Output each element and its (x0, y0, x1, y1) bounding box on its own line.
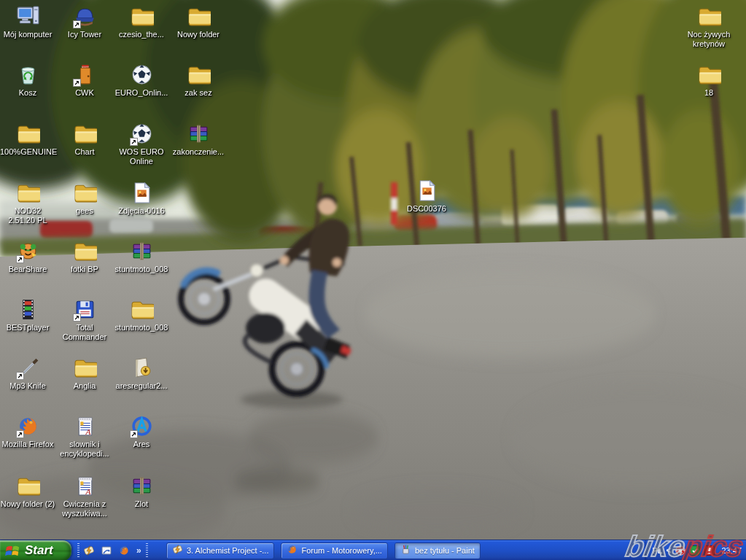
icon-label: BearShare (0, 265, 55, 274)
film-icon (16, 298, 40, 322)
knife-icon (16, 356, 40, 380)
icon-label: Noc żywych kretynów (681, 30, 737, 49)
desktop-icon-mozilla-firefox[interactable]: Mozilla Firefox (0, 414, 55, 449)
folder-icon (130, 298, 154, 322)
firefox-icon (16, 414, 40, 438)
folder-icon (73, 181, 97, 205)
desktop-icon-slownik-i-encyklopedi[interactable]: Aslownik i encyklopedi... (57, 414, 112, 459)
firefox-icon[interactable] (117, 543, 132, 558)
desktop-icon-m-j-komputer[interactable]: Mój komputer (0, 4, 55, 39)
desktop-icon-zakonczenie[interactable]: zakonczenie... (171, 122, 226, 157)
task-button-3-alchemist-project[interactable]: 3. Alchemist Project -... (166, 542, 274, 559)
desktop-icon-fotki-bp[interactable]: fotki BP (57, 239, 112, 274)
desktop-icon-kosz[interactable]: Kosz (0, 63, 55, 98)
desktop-icon-zdj-cia-0016[interactable]: Zdjęcia-0016 (114, 181, 169, 216)
task-button-forum-motorowery[interactable]: Forum - Motorowery,... (281, 542, 387, 559)
icon-label: Mój komputer (0, 30, 55, 39)
start-button[interactable]: Start (0, 540, 71, 560)
desktop-icon-czesio-the[interactable]: czesio_the... (114, 4, 169, 39)
task-button-area: 3. Alchemist Project -...Forum - Motorow… (166, 540, 481, 560)
task-button-label: 3. Alchemist Project -... (187, 546, 268, 555)
hide-icons-chevron[interactable]: < (666, 545, 671, 556)
icon-label: Total Commander (57, 323, 112, 342)
dictionary-icon: A (73, 474, 97, 498)
task-button-label: Forum - Motorowery,... (301, 546, 381, 555)
winamp-icon[interactable] (82, 543, 97, 558)
folder-icon (697, 63, 721, 87)
icon-label: WOS EURO Online (114, 147, 169, 166)
icon-label: aresregular2... (114, 381, 169, 391)
tray-icons (675, 545, 715, 556)
bear-icon (16, 239, 40, 263)
desktop-icon-euro-onlin[interactable]: EURO_Onlin... (114, 63, 169, 98)
desktop-icon-anglia[interactable]: Anglia (57, 356, 112, 391)
show-desktop-icon[interactable] (100, 543, 114, 558)
desktop-icon-dsc00376[interactable]: DSC00376 (399, 179, 454, 214)
desktop-icon-stuntmoto-008[interactable]: stuntmoto_008 (114, 298, 169, 332)
icon-label: Zdjęcia-0016 (114, 206, 169, 216)
icon-label: 18 (681, 88, 737, 98)
folder-icon (73, 239, 97, 263)
taskbar: Start » 3. Alchemist Project -...Forum -… (0, 540, 746, 560)
shortcut-arrow-icon (16, 430, 24, 438)
image-icon (415, 179, 439, 203)
toolbar-grip[interactable] (77, 543, 79, 558)
desktop-icon-nowy-folder[interactable]: Nowy folder (171, 4, 226, 39)
icon-label: Mp3 Knife (0, 381, 55, 391)
quick-launch-icons (82, 543, 132, 558)
desktop: Mój komputerIcy Towerczesio_the...Nowy f… (0, 0, 746, 560)
soccer-icon (130, 63, 154, 87)
desktop-icon-wos-euro-online[interactable]: WOS EURO Online (114, 122, 169, 166)
shortcut-arrow-icon (16, 372, 24, 380)
desktop-icon-zak-sez[interactable]: zak sez (171, 63, 226, 98)
language-indicator[interactable]: PL (652, 546, 662, 555)
desktop-icon-18[interactable]: 18 (681, 63, 737, 98)
folder-icon (16, 122, 40, 146)
icon-label: stuntmoto_008 (114, 323, 169, 332)
desktop-icon-noc-ywych-kretyn-w[interactable]: Noc żywych kretynów (681, 4, 737, 49)
desktop-icon-cwk[interactable]: EXITCWK (57, 63, 112, 98)
desktop-icon-aresregular2[interactable]: aresregular2... (114, 356, 169, 391)
svg-text:A: A (85, 487, 90, 496)
toolbar-grip[interactable] (146, 543, 148, 558)
icon-label: stuntmoto_008 (114, 265, 169, 274)
icon-label: Mozilla Firefox (0, 440, 55, 449)
desktop-icon-mp3-knife[interactable]: Mp3 Knife (0, 356, 55, 391)
green-app-tray-icon[interactable] (689, 545, 701, 556)
folder-icon (697, 4, 721, 28)
folder-icon (187, 4, 211, 28)
clock: 23:47 (721, 546, 742, 555)
folder-icon (73, 356, 97, 380)
soccer-icon (130, 122, 154, 146)
task-button-bez-tytu-u-paint[interactable]: bez tytułu - Paint (395, 542, 481, 559)
recycle-icon (16, 63, 40, 87)
icon-label: BESTplayer (0, 323, 55, 332)
desktop-icon-nod32-2-51-20-pl[interactable]: NOD32 2.51.20 PL (0, 181, 55, 225)
desktop-icon-total-commander[interactable]: Total Commander (57, 298, 112, 342)
desktop-icon-bearshare[interactable]: BearShare (0, 239, 55, 274)
desktop-icon-bestplayer[interactable]: BESTplayer (0, 298, 55, 332)
icon-label: fotki BP (57, 265, 112, 274)
icon-label: slownik i encyklopedi... (57, 440, 112, 459)
dictionary-icon: A (73, 414, 97, 438)
hat-icon (73, 4, 97, 28)
quick-launch-overflow-chevron[interactable]: » (135, 545, 143, 556)
desktop-icon-icy-tower[interactable]: Icy Tower (57, 4, 112, 39)
red-app-tray-icon[interactable] (704, 545, 715, 556)
desktop-icon-cwiczenia-z-wyszukiwa[interactable]: ACwiczenia z wyszukiwa... (57, 474, 112, 518)
desktop-icon-nowy-folder-2[interactable]: Nowy folder (2) (0, 474, 55, 509)
icon-label: gees (57, 206, 112, 216)
task-button-label: bez tytułu - Paint (415, 546, 475, 555)
desktop-icon-100-genuine[interactable]: 100%GENUINE (0, 122, 55, 157)
desktop-icon-chart[interactable]: Chart (57, 122, 112, 157)
desktop-icon-stuntmoto-008[interactable]: stuntmoto_008 (114, 239, 169, 274)
antivirus-tray-icon[interactable] (675, 545, 686, 556)
icon-label: DSC00376 (399, 204, 454, 214)
shortcut-arrow-icon (73, 314, 81, 322)
shortcut-arrow-icon (73, 79, 81, 87)
desktop-icon-gees[interactable]: gees (57, 181, 112, 216)
desktop-icon-ares[interactable]: Ares (114, 414, 169, 449)
icon-label: czesio_the... (114, 30, 169, 39)
folder-icon (16, 181, 40, 205)
desktop-icon-zlot[interactable]: Zlot (114, 474, 169, 509)
